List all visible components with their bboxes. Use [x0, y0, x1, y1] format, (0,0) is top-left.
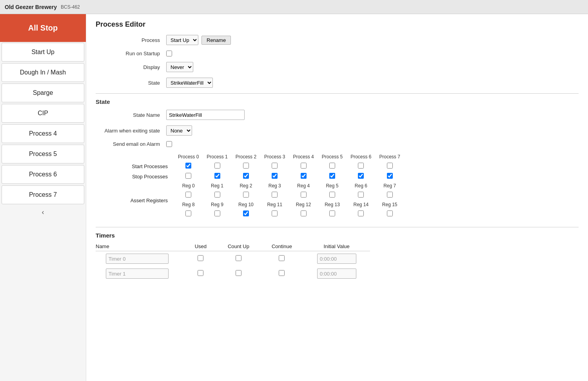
stop-processes-row: Stop Processes [103, 171, 404, 181]
sidebar-collapse-button[interactable]: ‹ [0, 205, 86, 220]
process-row: Process Start Up Rename [96, 35, 579, 45]
timers-title: Timers [96, 232, 579, 239]
stop-p5-checkbox[interactable] [329, 173, 335, 179]
timer1-countup-checkbox[interactable] [236, 270, 241, 276]
sidebar-item-process7[interactable]: Process 7 [2, 185, 84, 204]
stop-p3-checkbox[interactable] [272, 173, 278, 179]
sidebar-item-dough-in-mash[interactable]: Dough In / Mash [2, 63, 84, 82]
timer1-initial-value-input[interactable] [317, 269, 356, 279]
reg3-checkbox[interactable] [272, 192, 278, 198]
state-name-row: State Name [96, 110, 579, 120]
reg15-checkbox[interactable] [387, 210, 393, 216]
timer0-continue-checkbox[interactable] [279, 255, 285, 261]
stop-p0-checkbox[interactable] [185, 173, 191, 179]
rename-button[interactable]: Rename [201, 36, 231, 45]
timer1-used-checkbox[interactable] [198, 270, 203, 276]
assert-registers-label: Assert Registers [103, 181, 174, 219]
timer1-continue-cell [261, 266, 303, 281]
start-p0-checkbox[interactable] [185, 163, 191, 169]
process-label: Process [96, 37, 166, 43]
reg8-checkbox[interactable] [185, 210, 191, 216]
sidebar-item-process6[interactable]: Process 6 [2, 165, 84, 184]
reg11-label: Reg 11 [260, 200, 289, 209]
sidebar-item-startup[interactable]: Start Up [2, 43, 84, 62]
timer1-continue-checkbox[interactable] [279, 270, 285, 276]
sidebar-item-cip[interactable]: CIP [2, 104, 84, 123]
process-select[interactable]: Start Up [166, 35, 198, 45]
state-row: State StrikeWaterFill [96, 78, 579, 88]
brewery-name: Old Geezer Brewery [5, 4, 57, 10]
assert-reg-top-label-row: Assert Registers Reg 0 Reg 1 Reg 2 Reg 3… [103, 181, 404, 190]
reg13-label: Reg 13 [318, 200, 347, 209]
all-stop-button[interactable]: All Stop [0, 14, 86, 42]
reg1-checkbox[interactable] [214, 192, 220, 198]
timer0-initial-value-input[interactable] [317, 254, 356, 264]
reg9-checkbox[interactable] [214, 210, 220, 216]
content-area: Process Editor Process Start Up Rename R… [86, 14, 588, 381]
reg6-checkbox[interactable] [358, 192, 364, 198]
reg1-label: Reg 1 [203, 181, 231, 190]
col-header-p4: Process 4 [289, 152, 318, 161]
start-p5-checkbox[interactable] [329, 163, 335, 169]
bcs-label: BCS-462 [61, 4, 80, 10]
reg4-checkbox[interactable] [301, 192, 307, 198]
alarm-select[interactable]: None [166, 125, 192, 136]
reg7-checkbox[interactable] [387, 192, 393, 198]
display-select[interactable]: Never [166, 62, 193, 72]
reg2-checkbox[interactable] [243, 192, 249, 198]
timer0-countup-cell [216, 251, 260, 267]
timer-row-1 [96, 266, 370, 281]
reg8-label: Reg 8 [174, 200, 203, 209]
start-p3-checkbox[interactable] [272, 163, 278, 169]
timer1-name-input[interactable] [106, 269, 169, 279]
timer0-name-input[interactable] [106, 254, 169, 264]
reg12-label: Reg 12 [289, 200, 318, 209]
col-header-p1: Process 1 [203, 152, 231, 161]
sidebar-item-process4[interactable]: Process 4 [2, 124, 84, 143]
col-header-p7: Process 7 [376, 152, 404, 161]
run-on-startup-label: Run on Startup [96, 51, 166, 56]
timer0-used-cell [185, 251, 217, 267]
sidebar-item-sparge[interactable]: Sparge [2, 83, 84, 102]
state-name-input[interactable] [166, 110, 245, 120]
reg5-checkbox[interactable] [329, 192, 335, 198]
reg11-checkbox[interactable] [272, 210, 278, 216]
reg13-checkbox[interactable] [329, 210, 335, 216]
reg5-label: Reg 5 [318, 181, 347, 190]
stop-processes-label: Stop Processes [103, 171, 174, 181]
reg14-checkbox[interactable] [358, 210, 364, 216]
stop-p1-checkbox[interactable] [214, 173, 220, 179]
col-header-p2: Process 2 [232, 152, 260, 161]
start-p7-checkbox[interactable] [387, 163, 393, 169]
timer0-continue-cell [261, 251, 303, 267]
reg4-label: Reg 4 [289, 181, 318, 190]
alarm-control: None [166, 125, 192, 136]
stop-p6-checkbox[interactable] [358, 173, 364, 179]
stop-p7-checkbox[interactable] [387, 173, 393, 179]
divider-1 [96, 93, 579, 94]
timer1-countup-cell [216, 266, 260, 281]
start-p4-checkbox[interactable] [301, 163, 307, 169]
state-select[interactable]: StrikeWaterFill [166, 78, 213, 88]
reg12-checkbox[interactable] [301, 210, 307, 216]
reg0-checkbox[interactable] [185, 192, 191, 198]
run-on-startup-row: Run on Startup [96, 51, 579, 56]
reg10-checkbox[interactable] [243, 210, 249, 216]
timer0-initial-value-cell [303, 251, 370, 267]
send-email-checkbox[interactable] [166, 141, 172, 147]
start-p1-checkbox[interactable] [214, 163, 220, 169]
sidebar-item-process5[interactable]: Process 5 [2, 145, 84, 163]
reg6-label: Reg 6 [347, 181, 375, 190]
timers-col-initial-value: Initial Value [303, 242, 370, 251]
stop-p4-checkbox[interactable] [301, 173, 307, 179]
state-name-control [166, 110, 245, 120]
stop-p2-checkbox[interactable] [243, 173, 249, 179]
run-on-startup-checkbox[interactable] [166, 51, 172, 56]
timer0-used-checkbox[interactable] [198, 255, 203, 261]
start-p2-checkbox[interactable] [243, 163, 249, 169]
send-email-row: Send email on Alarm [96, 141, 579, 147]
main-layout: All Stop Start Up Dough In / Mash Sparge… [0, 14, 588, 381]
process-grid: Process 0 Process 1 Process 2 Process 3 … [103, 152, 579, 219]
start-p6-checkbox[interactable] [358, 163, 364, 169]
timer0-countup-checkbox[interactable] [236, 255, 241, 261]
